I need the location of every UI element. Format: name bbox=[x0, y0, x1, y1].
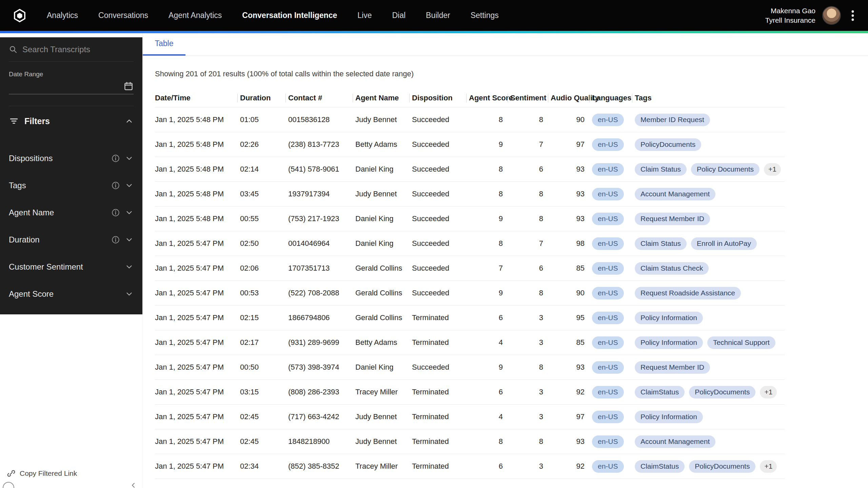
cell-audio-quality: 92 bbox=[548, 462, 589, 471]
cell-language: en-US bbox=[589, 213, 632, 225]
app-logo-icon[interactable] bbox=[12, 7, 28, 24]
cell-language: en-US bbox=[589, 163, 632, 176]
tag-pill: Policy Information bbox=[635, 336, 703, 349]
filter-dispositions[interactable]: Dispositions bbox=[9, 145, 134, 172]
cell-sentiment: 8 bbox=[508, 437, 548, 446]
column-header-tags[interactable]: Tags bbox=[632, 94, 785, 102]
cell-sentiment: 8 bbox=[508, 115, 548, 124]
cell-contact: (852) 385-8352 bbox=[285, 462, 353, 471]
cell-audio-quality: 92 bbox=[548, 388, 589, 396]
tags-overflow-pill[interactable]: +1 bbox=[760, 460, 777, 473]
column-header-contact[interactable]: Contact # bbox=[285, 94, 353, 102]
sidebar-collapse-icon[interactable] bbox=[130, 481, 138, 488]
chevron-down-icon[interactable] bbox=[125, 181, 134, 190]
cell-agent-score: 8 bbox=[466, 115, 508, 124]
search-transcripts-field[interactable] bbox=[9, 37, 134, 62]
table-row[interactable]: Jan 1, 2025 5:48 PM 01:05 0015836128 Jud… bbox=[155, 108, 785, 132]
search-input[interactable] bbox=[22, 45, 134, 54]
table-row[interactable]: Jan 1, 2025 5:47 PM 02:34 (852) 385-8352… bbox=[155, 454, 785, 479]
language-pill: en-US bbox=[592, 361, 624, 374]
copy-filtered-link-button[interactable]: Copy Filtered Link bbox=[7, 469, 77, 478]
cell-disposition: Succeeded bbox=[409, 190, 466, 198]
column-header-datetime[interactable]: Date/Time bbox=[155, 94, 237, 102]
date-range-input[interactable] bbox=[9, 78, 134, 94]
cell-disposition: Terminated bbox=[409, 338, 466, 347]
filter-duration[interactable]: Duration bbox=[9, 226, 134, 253]
table-row[interactable]: Jan 1, 2025 5:48 PM 00:55 (753) 217-1923… bbox=[155, 207, 785, 231]
chevron-down-icon[interactable] bbox=[125, 154, 134, 163]
nav-item-live[interactable]: Live bbox=[357, 11, 372, 20]
table-row[interactable]: Jan 1, 2025 5:47 PM 02:15 1866794806 Ger… bbox=[155, 306, 785, 330]
table-row[interactable]: Jan 1, 2025 5:47 PM 02:06 1707351713 Ger… bbox=[155, 256, 785, 281]
cell-agent-name: Judy Bennet bbox=[353, 115, 409, 124]
cell-duration: 03:45 bbox=[237, 190, 285, 198]
cell-datetime: Jan 1, 2025 5:48 PM bbox=[155, 115, 237, 124]
nav-item-builder[interactable]: Builder bbox=[426, 11, 450, 20]
filter-agent-name[interactable]: Agent Name bbox=[9, 199, 134, 226]
tab-table[interactable]: Table bbox=[143, 33, 185, 56]
table-row[interactable]: Jan 1, 2025 5:47 PM 02:45 (717) 663-4242… bbox=[155, 405, 785, 429]
info-icon[interactable] bbox=[111, 235, 120, 244]
calendar-icon[interactable] bbox=[123, 81, 134, 91]
tag-pill: Technical Support bbox=[707, 336, 775, 349]
table-row[interactable]: Jan 1, 2025 5:47 PM 02:17 (931) 289-9699… bbox=[155, 330, 785, 355]
table-row[interactable]: Jan 1, 2025 5:48 PM 02:26 (238) 813-7723… bbox=[155, 132, 785, 157]
table-row[interactable]: Jan 1, 2025 5:47 PM 02:50 0014046964 Dan… bbox=[155, 231, 785, 256]
filters-header[interactable]: Filters bbox=[9, 106, 134, 136]
nav-item-settings[interactable]: Settings bbox=[471, 11, 499, 20]
column-header-disposition[interactable]: Disposition bbox=[409, 94, 466, 102]
cell-language: en-US bbox=[589, 262, 632, 275]
table-row[interactable]: Jan 1, 2025 5:48 PM 03:45 1937917394 Jud… bbox=[155, 182, 785, 207]
nav-item-conversation-intelligence[interactable]: Conversation Intelligence bbox=[242, 11, 337, 20]
chevron-down-icon[interactable] bbox=[125, 262, 134, 271]
table-row[interactable]: Jan 1, 2025 5:47 PM 02:45 1848218900 Jud… bbox=[155, 429, 785, 454]
cell-audio-quality: 93 bbox=[548, 363, 589, 372]
info-icon[interactable] bbox=[111, 208, 120, 217]
table-row[interactable]: Jan 1, 2025 5:47 PM 03:15 (808) 286-2393… bbox=[155, 380, 785, 405]
tags-overflow-pill[interactable]: +1 bbox=[764, 163, 781, 176]
table-row[interactable]: Jan 1, 2025 5:48 PM 02:14 (541) 578-9061… bbox=[155, 157, 785, 182]
user-avatar[interactable] bbox=[822, 6, 841, 25]
nav-item-dial[interactable]: Dial bbox=[392, 11, 406, 20]
nav-item-analytics[interactable]: Analytics bbox=[47, 11, 78, 20]
filter-label: Customer Sentiment bbox=[9, 262, 83, 272]
column-header-sentiment[interactable]: Sentiment bbox=[508, 94, 548, 102]
tag-pill: PolicyDocuments bbox=[635, 138, 701, 151]
help-button[interactable] bbox=[3, 482, 14, 488]
cell-tags: Policy InformationTechnical Support bbox=[632, 336, 785, 349]
transcripts-table: Date/Time Duration Contact # Agent Name … bbox=[155, 89, 785, 479]
language-pill: en-US bbox=[592, 287, 624, 299]
table-row[interactable]: Jan 1, 2025 5:47 PM 00:50 (573) 398-3974… bbox=[155, 355, 785, 380]
cell-agent-name: Judy Bennet bbox=[353, 437, 409, 446]
column-header-languages[interactable]: Languages bbox=[589, 94, 632, 102]
filter-customer-sentiment[interactable]: Customer Sentiment bbox=[9, 253, 134, 280]
cell-agent-score: 9 bbox=[466, 289, 508, 297]
chevron-down-icon[interactable] bbox=[125, 290, 134, 298]
nav-item-agent-analytics[interactable]: Agent Analytics bbox=[169, 11, 222, 20]
tags-overflow-pill[interactable]: +1 bbox=[760, 386, 777, 398]
filter-tags[interactable]: Tags bbox=[9, 172, 134, 199]
filters-title: Filters bbox=[24, 116, 50, 126]
info-icon[interactable] bbox=[111, 154, 120, 163]
cell-contact: (931) 289-9699 bbox=[285, 338, 353, 347]
cell-language: en-US bbox=[589, 411, 632, 423]
cell-language: en-US bbox=[589, 435, 632, 448]
column-header-audio-quality[interactable]: Audio Quality bbox=[548, 94, 589, 102]
chevron-up-icon[interactable] bbox=[125, 117, 134, 125]
column-header-agent-score[interactable]: Agent Score bbox=[466, 94, 508, 102]
column-header-agent-name[interactable]: Agent Name bbox=[353, 94, 409, 102]
table-row[interactable]: Jan 1, 2025 5:47 PM 00:53 (522) 708-2088… bbox=[155, 281, 785, 306]
cell-language: en-US bbox=[589, 188, 632, 200]
cell-datetime: Jan 1, 2025 5:47 PM bbox=[155, 264, 237, 273]
overflow-menu-icon[interactable] bbox=[848, 9, 858, 22]
language-pill: en-US bbox=[592, 262, 624, 275]
chevron-down-icon[interactable] bbox=[125, 208, 134, 217]
cell-audio-quality: 97 bbox=[548, 140, 589, 149]
filter-agent-score[interactable]: Agent Score bbox=[9, 280, 134, 308]
column-header-duration[interactable]: Duration bbox=[237, 94, 285, 102]
cell-sentiment: 3 bbox=[508, 412, 548, 421]
info-icon[interactable] bbox=[111, 181, 120, 190]
cell-tags: ClaimStatusPolicyDocuments+1 bbox=[632, 460, 785, 473]
nav-item-conversations[interactable]: Conversations bbox=[98, 11, 148, 20]
chevron-down-icon[interactable] bbox=[125, 235, 134, 244]
